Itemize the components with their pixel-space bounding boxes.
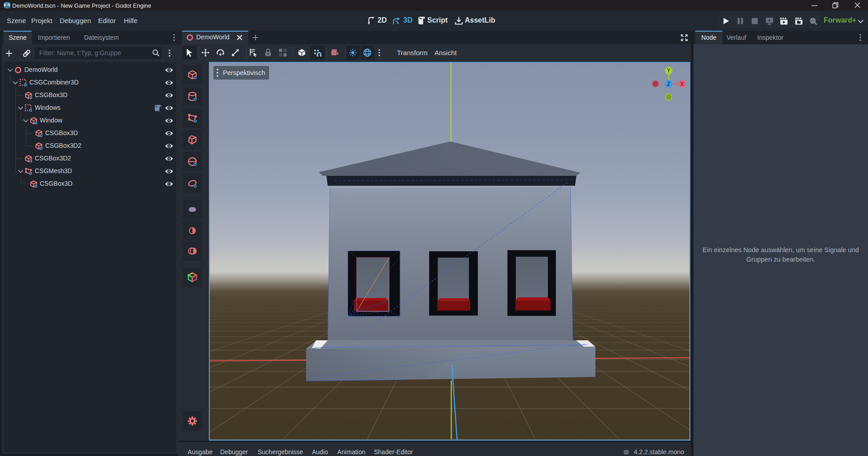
svg-text:Z: Z [667,81,670,87]
svg-text:Y: Y [667,67,670,74]
svg-text:X: X [680,81,684,87]
svg-text:Perspektivisch: Perspektivisch [223,69,265,76]
